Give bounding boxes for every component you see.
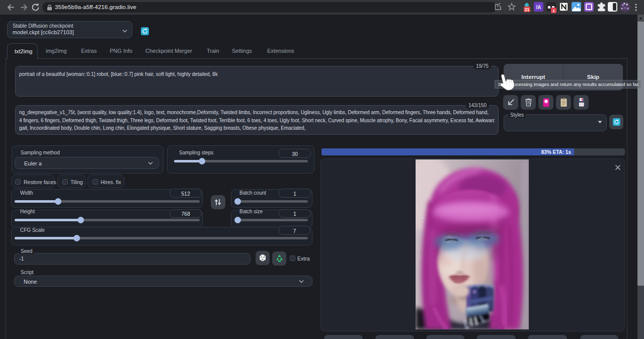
- svg-text:IA: IA: [536, 5, 541, 10]
- svg-text:21: 21: [525, 7, 530, 12]
- svg-text:1: 1: [552, 9, 555, 13]
